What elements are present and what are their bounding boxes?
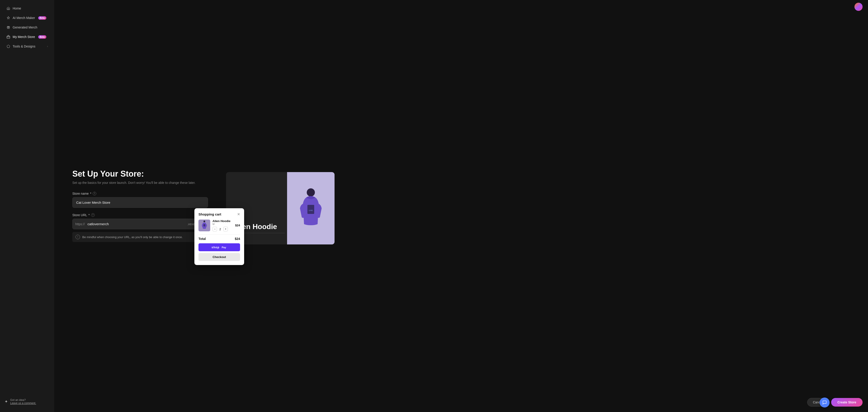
store-icon [6,35,10,39]
ai-merch-maker-badge: Beta [38,16,46,20]
svg-text:LIVE: LIVE [309,209,313,211]
topbar [849,0,868,13]
svg-point-7 [204,220,205,222]
cart-item-variant: M [213,223,233,226]
store-url-label: Store URL * ? [72,213,208,217]
cart-total-row: Total $24 [198,237,240,241]
diamond-icon [6,44,10,49]
url-prefix: https:// [72,219,88,229]
sparkle-icon [6,16,10,20]
chevron-right-icon: › [47,45,48,48]
avatar[interactable] [855,3,863,11]
qty-value: 2 [218,228,222,231]
cart-title: Shopping cart [198,212,221,216]
cart-total-value: $24 [235,237,240,241]
sidebar-bottom: ✦ Got an idea? Leave us a comment. [0,395,54,408]
warning-icon: ! [75,235,80,239]
home-icon [6,6,10,10]
svg-text:LIVE: LIVE [204,225,205,226]
svg-point-4 [307,188,315,197]
sidebar-item-tools-designs[interactable]: Tools & Designs › [2,42,53,51]
store-url-info-icon[interactable]: ? [91,213,95,217]
store-name-group: Store name * ? [72,192,208,208]
preview-product-image: LIVE [287,172,335,244]
store-name-label: Store name * ? [72,192,208,195]
cart-item: LIVE Alien Hoodie M − 2 + $24 [198,219,240,231]
chat-bubble-button[interactable] [819,398,830,408]
store-name-info-icon[interactable]: ? [93,192,96,195]
url-input-wrapper: https:// .vexels.store [72,219,208,229]
qty-decrease-button[interactable]: − [213,227,217,231]
sidebar-item-my-merch-store[interactable]: My Merch Store Beta [2,33,53,41]
store-url-input[interactable] [88,219,184,229]
svg-rect-1 [7,36,10,38]
cart-close-button[interactable]: ✕ [237,212,240,216]
form-section: Set Up Your Store: Set up the basics for… [72,169,208,247]
page-content: Set Up Your Store: Set up the basics for… [54,0,868,412]
url-warning-box: ! Be mindful when choosing your URL, as … [72,232,208,242]
cart-total-label: Total [198,237,206,241]
svg-marker-2 [7,45,10,48]
cart-modal: Shopping cart ✕ LIVE [194,208,244,265]
idea-title: Got an idea? [10,399,36,402]
main-content: Set Up Your Store: Set up the basics for… [54,0,868,412]
sidebar-item-generated-merch[interactable]: Generated Merch [2,23,53,32]
form-subtitle: Set up the basics for your store launch.… [72,181,208,184]
shop-pay-button[interactable]: shop Pay [198,243,240,251]
qty-increase-button[interactable]: + [223,227,228,231]
store-name-input[interactable] [72,197,208,208]
sidebar-item-ai-merch-maker-label: AI Merch Maker [13,16,35,20]
cart-item-name: Alien Hoodie [213,219,233,223]
sidebar-item-tools-designs-label: Tools & Designs [13,45,35,48]
idea-link[interactable]: Leave us a comment. [10,402,36,405]
star-idea-icon: ✦ [4,399,8,404]
sidebar-item-home[interactable]: Home [2,4,53,13]
cart-item-price: $24 [235,224,240,227]
my-merch-store-badge: Beta [38,35,46,39]
form-title: Set Up Your Store: [72,169,208,179]
url-warning-text: Be mindful when choosing your URL, as yo… [82,235,183,239]
store-url-group: Store URL * ? https:// .vexels.store ! B… [72,213,208,242]
cart-header: Shopping cart ✕ [198,212,240,216]
sidebar-item-my-merch-store-label: My Merch Store [13,35,35,39]
cart-item-info: Alien Hoodie M − 2 + [213,219,233,231]
gift-icon [6,25,10,29]
checkout-button[interactable]: Checkout [198,253,240,261]
sidebar-item-home-label: Home [13,6,21,10]
sidebar: Home AI Merch Maker Beta Generated Merch… [0,0,54,412]
preview-section: Alien Hoodie ted in your nters, plants [226,172,335,244]
qty-control: − 2 + [213,227,233,231]
sidebar-item-ai-merch-maker[interactable]: AI Merch Maker Beta [2,13,53,22]
cart-item-image: LIVE [198,219,210,231]
sidebar-item-generated-merch-label: Generated Merch [13,26,37,29]
create-store-button[interactable]: Create Store [831,398,863,407]
bottom-bar: Cancel Create Store [807,398,863,407]
